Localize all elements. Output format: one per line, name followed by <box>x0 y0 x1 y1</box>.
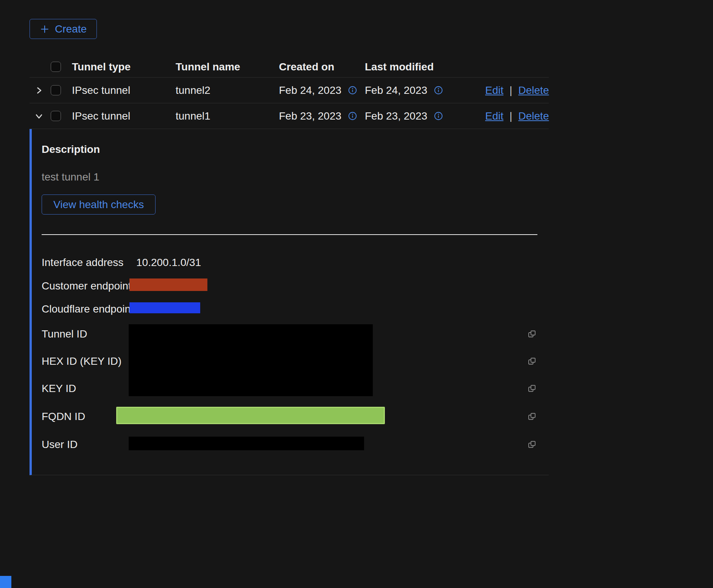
ids-redacted-value <box>129 324 373 396</box>
row-checkbox[interactable] <box>51 111 61 121</box>
last-modified-cell: Feb 24, 2023 <box>365 84 427 96</box>
interface-address-row: Interface address 10.200.1.0/31 <box>42 251 537 274</box>
user-id-row: User ID <box>42 431 537 458</box>
table-header-row: Tunnel type Tunnel name Created on Last … <box>30 56 549 78</box>
copy-icon[interactable] <box>527 356 537 367</box>
header-created-on: Created on <box>279 61 365 73</box>
edit-link[interactable]: Edit <box>485 84 503 96</box>
copy-icon[interactable] <box>527 439 537 450</box>
user-id-label: User ID <box>42 439 129 451</box>
fqdn-id-label: FQDN ID <box>42 411 129 423</box>
header-tunnel-name: Tunnel name <box>176 61 279 73</box>
customer-endpoint-label: Customer endpoint <box>42 280 129 292</box>
table-row: IPsec tunnel tunnel2 Feb 24, 2023 Feb 24… <box>30 78 549 103</box>
description-value: test tunnel 1 <box>42 171 537 183</box>
copy-icon[interactable] <box>527 411 537 422</box>
copy-icon[interactable] <box>527 383 537 394</box>
action-separator: | <box>509 84 512 96</box>
tunnel-detail-panel: Description test tunnel 1 View health ch… <box>30 129 549 475</box>
create-button[interactable]: Create <box>30 19 97 39</box>
info-icon[interactable] <box>348 86 357 95</box>
key-id-label: KEY ID <box>42 383 129 395</box>
description-label: Description <box>42 143 537 156</box>
customer-endpoint-redacted-value <box>129 278 207 291</box>
interface-address-label: Interface address <box>42 257 129 269</box>
created-on-cell: Feb 24, 2023 <box>279 84 341 96</box>
chevron-right-icon[interactable] <box>33 85 45 96</box>
create-button-label: Create <box>55 23 87 35</box>
cloudflare-endpoint-row: Cloudflare endpoint <box>42 297 537 320</box>
row-checkbox[interactable] <box>51 85 61 95</box>
delete-link[interactable]: Delete <box>518 84 549 96</box>
tunnel-name-cell: tunnel1 <box>176 110 279 122</box>
tunnel-name-cell: tunnel2 <box>176 84 279 96</box>
plus-icon <box>40 24 50 34</box>
view-health-checks-button[interactable]: View health checks <box>42 194 156 215</box>
tunnel-type-cell: IPsec tunnel <box>72 110 176 122</box>
created-on-cell: Feb 23, 2023 <box>279 110 341 122</box>
hex-id-label: HEX ID (KEY ID) <box>42 355 129 367</box>
header-last-modified: Last modified <box>365 61 485 73</box>
interface-address-value: 10.200.1.0/31 <box>136 257 201 268</box>
fqdn-id-redacted-value <box>116 407 385 424</box>
select-all-checkbox[interactable] <box>51 62 61 72</box>
tunnels-table: Tunnel type Tunnel name Created on Last … <box>30 56 549 475</box>
id-fields-group: Tunnel ID HEX ID (KEY ID) <box>42 320 537 402</box>
header-tunnel-type: Tunnel type <box>72 61 176 73</box>
chevron-down-icon[interactable] <box>33 110 45 122</box>
action-separator: | <box>509 110 512 122</box>
copy-icon[interactable] <box>527 329 537 339</box>
tunnel-type-cell: IPsec tunnel <box>72 84 176 96</box>
tunnels-page: Create Tunnel type Tunnel name Created o… <box>0 0 713 588</box>
cloudflare-endpoint-label: Cloudflare endpoint <box>42 303 129 315</box>
fqdn-id-row: FQDN ID <box>42 402 537 431</box>
bottom-left-accent <box>0 576 11 588</box>
table-row: IPsec tunnel tunnel1 Feb 23, 2023 Feb 23… <box>30 103 549 129</box>
customer-endpoint-row: Customer endpoint <box>42 274 537 297</box>
cloudflare-endpoint-redacted-value <box>129 302 200 313</box>
edit-link[interactable]: Edit <box>485 110 503 122</box>
tunnel-id-label: Tunnel ID <box>42 328 129 340</box>
tunnel-detail-fields: Interface address 10.200.1.0/31 Customer… <box>42 251 537 458</box>
detail-divider <box>42 234 537 235</box>
info-icon[interactable] <box>434 112 443 120</box>
last-modified-cell: Feb 23, 2023 <box>365 110 427 122</box>
info-icon[interactable] <box>348 112 357 120</box>
delete-link[interactable]: Delete <box>518 110 549 122</box>
user-id-redacted-value <box>129 437 364 450</box>
info-icon[interactable] <box>434 86 443 95</box>
